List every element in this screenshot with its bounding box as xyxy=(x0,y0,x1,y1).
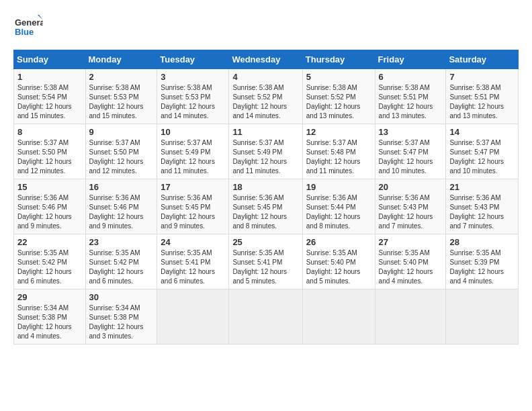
day-info: Sunrise: 5:35 AM Sunset: 5:42 PM Dayligh… xyxy=(89,248,154,286)
day-number: 28 xyxy=(449,237,515,247)
sunrise-label: Sunrise: 5:37 AM xyxy=(232,139,283,146)
day-info: Sunrise: 5:36 AM Sunset: 5:43 PM Dayligh… xyxy=(379,193,443,231)
calendar-cell: 17 Sunrise: 5:36 AM Sunset: 5:45 PM Dayl… xyxy=(157,179,229,234)
day-info: Sunrise: 5:35 AM Sunset: 5:42 PM Dayligh… xyxy=(17,248,82,286)
day-info: Sunrise: 5:36 AM Sunset: 5:45 PM Dayligh… xyxy=(232,193,298,231)
day-number: 30 xyxy=(89,292,154,302)
day-number: 23 xyxy=(89,237,154,247)
daylight-label: Daylight: 12 hours and 11 minutes. xyxy=(161,158,215,175)
svg-text:Blue: Blue xyxy=(15,27,34,37)
day-number: 22 xyxy=(17,237,82,247)
day-info: Sunrise: 5:38 AM Sunset: 5:52 PM Dayligh… xyxy=(306,83,371,121)
day-of-week-header: Monday xyxy=(85,50,157,69)
day-info: Sunrise: 5:38 AM Sunset: 5:52 PM Dayligh… xyxy=(232,83,298,121)
daylight-label: Daylight: 12 hours and 12 minutes. xyxy=(17,158,72,175)
daylight-label: Daylight: 12 hours and 9 minutes. xyxy=(161,213,215,230)
sunset-label: Sunset: 5:49 PM xyxy=(161,148,210,156)
calendar-cell: 13 Sunrise: 5:37 AM Sunset: 5:47 PM Dayl… xyxy=(375,124,446,179)
calendar-cell: 14 Sunrise: 5:37 AM Sunset: 5:47 PM Dayl… xyxy=(446,124,519,179)
day-of-week-header: Saturday xyxy=(446,50,519,69)
sunrise-label: Sunrise: 5:37 AM xyxy=(449,139,500,146)
calendar-cell: 29 Sunrise: 5:34 AM Sunset: 5:38 PM Dayl… xyxy=(14,289,86,345)
sunrise-label: Sunrise: 5:34 AM xyxy=(17,304,69,312)
calendar-cell: 21 Sunrise: 5:36 AM Sunset: 5:43 PM Dayl… xyxy=(446,179,519,234)
calendar-cell: 5 Sunrise: 5:38 AM Sunset: 5:52 PM Dayli… xyxy=(302,69,375,124)
calendar-cell: 10 Sunrise: 5:37 AM Sunset: 5:49 PM Dayl… xyxy=(157,124,229,179)
day-info: Sunrise: 5:35 AM Sunset: 5:41 PM Dayligh… xyxy=(161,248,225,286)
day-number: 11 xyxy=(232,127,298,137)
daylight-label: Daylight: 12 hours and 4 minutes. xyxy=(379,268,433,285)
day-info: Sunrise: 5:38 AM Sunset: 5:51 PM Dayligh… xyxy=(379,83,443,121)
day-number: 5 xyxy=(306,72,371,82)
sunset-label: Sunset: 5:48 PM xyxy=(306,148,356,156)
day-number: 2 xyxy=(89,72,154,82)
daylight-label: Daylight: 12 hours and 8 minutes. xyxy=(232,213,287,230)
calendar-cell xyxy=(229,289,302,345)
day-info: Sunrise: 5:35 AM Sunset: 5:41 PM Dayligh… xyxy=(232,248,298,286)
daylight-label: Daylight: 12 hours and 13 minutes. xyxy=(449,103,504,120)
calendar-cell: 24 Sunrise: 5:35 AM Sunset: 5:41 PM Dayl… xyxy=(157,234,229,289)
sunset-label: Sunset: 5:38 PM xyxy=(17,314,67,321)
sunrise-label: Sunrise: 5:38 AM xyxy=(161,84,212,91)
day-info: Sunrise: 5:37 AM Sunset: 5:50 PM Dayligh… xyxy=(17,138,82,176)
calendar-cell: 30 Sunrise: 5:34 AM Sunset: 5:38 PM Dayl… xyxy=(85,289,157,345)
sunrise-label: Sunrise: 5:38 AM xyxy=(449,84,500,91)
sunrise-label: Sunrise: 5:38 AM xyxy=(306,84,357,91)
sunrise-label: Sunrise: 5:37 AM xyxy=(89,139,140,146)
calendar-cell: 4 Sunrise: 5:38 AM Sunset: 5:52 PM Dayli… xyxy=(229,69,302,124)
day-number: 7 xyxy=(449,72,515,82)
sunset-label: Sunset: 5:52 PM xyxy=(232,93,282,101)
calendar-cell: 27 Sunrise: 5:35 AM Sunset: 5:40 PM Dayl… xyxy=(375,234,446,289)
sunrise-label: Sunrise: 5:36 AM xyxy=(379,194,430,201)
day-info: Sunrise: 5:36 AM Sunset: 5:44 PM Dayligh… xyxy=(306,193,371,231)
sunset-label: Sunset: 5:47 PM xyxy=(449,148,499,156)
calendar-cell xyxy=(302,289,375,345)
calendar-week-row: 15 Sunrise: 5:36 AM Sunset: 5:46 PM Dayl… xyxy=(14,179,519,234)
calendar-cell: 23 Sunrise: 5:35 AM Sunset: 5:42 PM Dayl… xyxy=(85,234,157,289)
daylight-label: Daylight: 12 hours and 6 minutes. xyxy=(161,268,215,285)
calendar-cell: 15 Sunrise: 5:36 AM Sunset: 5:46 PM Dayl… xyxy=(14,179,86,234)
sunrise-label: Sunrise: 5:36 AM xyxy=(161,194,212,201)
daylight-label: Daylight: 12 hours and 9 minutes. xyxy=(89,213,144,230)
sunrise-label: Sunrise: 5:37 AM xyxy=(17,139,69,146)
sunrise-label: Sunrise: 5:35 AM xyxy=(89,249,140,257)
sunrise-label: Sunrise: 5:35 AM xyxy=(232,249,283,257)
sunset-label: Sunset: 5:41 PM xyxy=(161,259,210,266)
sunrise-label: Sunrise: 5:38 AM xyxy=(89,84,140,91)
calendar-week-row: 29 Sunrise: 5:34 AM Sunset: 5:38 PM Dayl… xyxy=(14,289,519,345)
daylight-label: Daylight: 12 hours and 11 minutes. xyxy=(232,158,287,175)
logo-graphic: General Blue xyxy=(13,13,43,43)
daylight-label: Daylight: 12 hours and 5 minutes. xyxy=(306,268,361,285)
sunrise-label: Sunrise: 5:38 AM xyxy=(232,84,283,91)
daylight-label: Daylight: 12 hours and 12 minutes. xyxy=(89,158,144,175)
daylight-label: Daylight: 12 hours and 3 minutes. xyxy=(89,323,144,340)
sunset-label: Sunset: 5:50 PM xyxy=(89,148,139,156)
daylight-label: Daylight: 12 hours and 15 minutes. xyxy=(89,103,144,120)
sunrise-label: Sunrise: 5:35 AM xyxy=(449,249,500,257)
day-info: Sunrise: 5:36 AM Sunset: 5:45 PM Dayligh… xyxy=(161,193,225,231)
calendar-cell: 28 Sunrise: 5:35 AM Sunset: 5:39 PM Dayl… xyxy=(446,234,519,289)
day-number: 12 xyxy=(306,127,371,137)
sunrise-label: Sunrise: 5:36 AM xyxy=(17,194,69,201)
calendar-cell: 6 Sunrise: 5:38 AM Sunset: 5:51 PM Dayli… xyxy=(375,69,446,124)
logo: General Blue xyxy=(13,13,43,43)
daylight-label: Daylight: 12 hours and 7 minutes. xyxy=(449,213,504,230)
sunset-label: Sunset: 5:40 PM xyxy=(379,259,429,266)
sunrise-label: Sunrise: 5:36 AM xyxy=(232,194,283,201)
day-info: Sunrise: 5:37 AM Sunset: 5:49 PM Dayligh… xyxy=(161,138,225,176)
daylight-label: Daylight: 12 hours and 6 minutes. xyxy=(89,268,144,285)
day-number: 9 xyxy=(89,127,154,137)
calendar-table: SundayMondayTuesdayWednesdayThursdayFrid… xyxy=(13,50,519,345)
day-number: 25 xyxy=(232,237,298,247)
calendar-cell: 3 Sunrise: 5:38 AM Sunset: 5:53 PM Dayli… xyxy=(157,69,229,124)
sunset-label: Sunset: 5:47 PM xyxy=(379,148,429,156)
day-info: Sunrise: 5:35 AM Sunset: 5:40 PM Dayligh… xyxy=(306,248,371,286)
day-info: Sunrise: 5:36 AM Sunset: 5:43 PM Dayligh… xyxy=(449,193,515,231)
sunset-label: Sunset: 5:51 PM xyxy=(379,93,429,101)
day-info: Sunrise: 5:35 AM Sunset: 5:39 PM Dayligh… xyxy=(449,248,515,286)
calendar-cell xyxy=(446,289,519,345)
day-info: Sunrise: 5:38 AM Sunset: 5:51 PM Dayligh… xyxy=(449,83,515,121)
calendar-week-row: 22 Sunrise: 5:35 AM Sunset: 5:42 PM Dayl… xyxy=(14,234,519,289)
sunset-label: Sunset: 5:46 PM xyxy=(89,203,139,211)
calendar-cell xyxy=(375,289,446,345)
